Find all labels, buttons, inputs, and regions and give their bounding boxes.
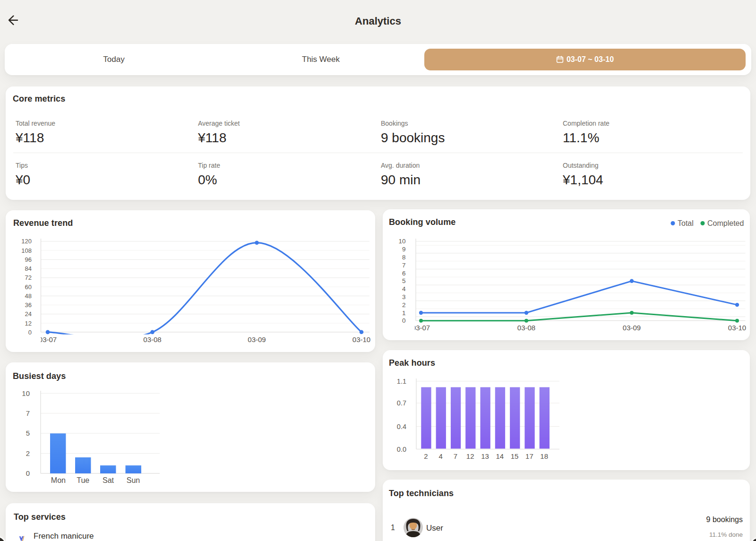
svg-text:7: 7 bbox=[402, 262, 406, 269]
svg-text:03-08: 03-08 bbox=[143, 335, 161, 343]
svg-text:108: 108 bbox=[21, 247, 32, 254]
svg-text:5: 5 bbox=[26, 429, 30, 437]
svg-text:0: 0 bbox=[402, 317, 406, 324]
svg-text:10: 10 bbox=[22, 389, 30, 397]
svg-text:Total: Total bbox=[678, 219, 694, 227]
svg-text:48: 48 bbox=[25, 292, 32, 300]
svg-text:03-09: 03-09 bbox=[623, 324, 641, 332]
svg-text:72: 72 bbox=[25, 274, 32, 281]
svg-text:18: 18 bbox=[540, 452, 548, 460]
svg-text:0: 0 bbox=[26, 469, 30, 477]
svg-text:1.1: 1.1 bbox=[397, 378, 406, 385]
svg-text:6: 6 bbox=[402, 270, 406, 277]
svg-text:Tue: Tue bbox=[77, 476, 89, 484]
svg-text:2: 2 bbox=[26, 449, 30, 457]
svg-text:14: 14 bbox=[496, 452, 504, 460]
svg-text:7: 7 bbox=[454, 452, 457, 460]
svg-text:03-07: 03-07 bbox=[412, 324, 430, 332]
svg-text:Completed: Completed bbox=[707, 219, 744, 227]
svg-text:24: 24 bbox=[25, 310, 32, 318]
svg-text:12: 12 bbox=[466, 452, 474, 460]
svg-text:17: 17 bbox=[525, 452, 533, 460]
svg-text:5: 5 bbox=[402, 277, 406, 284]
svg-text:03-10: 03-10 bbox=[352, 335, 370, 343]
svg-text:60: 60 bbox=[25, 283, 32, 291]
svg-text:03-09: 03-09 bbox=[248, 335, 266, 343]
svg-text:8: 8 bbox=[402, 254, 406, 261]
svg-text:1: 1 bbox=[402, 309, 406, 317]
svg-text:9: 9 bbox=[402, 246, 406, 253]
svg-text:120: 120 bbox=[21, 238, 32, 245]
svg-text:36: 36 bbox=[25, 301, 32, 309]
svg-text:84: 84 bbox=[25, 265, 32, 272]
svg-text:2: 2 bbox=[424, 452, 428, 460]
svg-text:Sat: Sat bbox=[103, 476, 114, 484]
svg-text:10: 10 bbox=[398, 238, 405, 245]
svg-text:96: 96 bbox=[25, 256, 32, 263]
svg-text:Mon: Mon bbox=[51, 476, 66, 484]
svg-text:Sun: Sun bbox=[127, 476, 140, 484]
svg-text:7: 7 bbox=[26, 409, 30, 417]
svg-text:0.7: 0.7 bbox=[397, 399, 406, 407]
svg-text:4: 4 bbox=[438, 452, 442, 460]
svg-text:15: 15 bbox=[511, 452, 519, 460]
svg-text:03-10: 03-10 bbox=[728, 324, 746, 332]
svg-text:13: 13 bbox=[481, 452, 489, 460]
svg-text:3: 3 bbox=[402, 293, 406, 301]
svg-text:03-08: 03-08 bbox=[517, 324, 535, 332]
svg-text:12: 12 bbox=[25, 320, 32, 327]
svg-text:2: 2 bbox=[402, 301, 406, 309]
svg-text:03-07: 03-07 bbox=[39, 335, 57, 343]
svg-text:0: 0 bbox=[28, 329, 32, 336]
svg-text:0.0: 0.0 bbox=[397, 446, 406, 453]
svg-text:0.4: 0.4 bbox=[397, 423, 406, 430]
svg-text:4: 4 bbox=[402, 285, 406, 292]
